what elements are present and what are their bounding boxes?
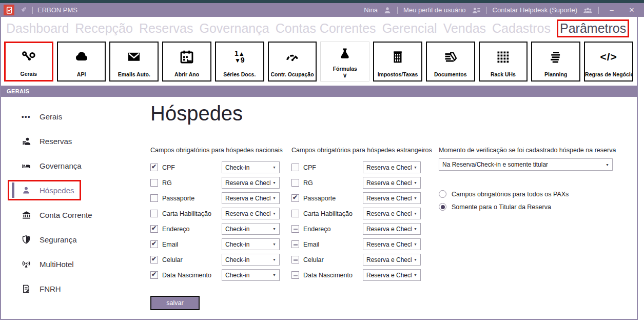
close-button[interactable]: ✕ [625, 6, 639, 14]
foreign-column-header: Campos obrigatórios para hóspedes estran… [291, 147, 432, 154]
toolbar-button-api[interactable]: API [57, 42, 106, 82]
tab-dashboard[interactable]: Dashboard [6, 21, 69, 36]
checkbox-endereco[interactable] [291, 225, 299, 233]
sidebar-item-seguranca[interactable]: Segurança [1, 227, 139, 252]
dropdown-rg[interactable]: Reserva e Checl [222, 177, 280, 189]
toolbar-button-regras-de-negocio[interactable]: </>Regras de Negócio [584, 42, 633, 82]
sidebar-item-fnrh[interactable]: FNRH [1, 276, 139, 301]
radio-option-somente-para-o-titular-da-reserva[interactable]: Somente para o Titular da Reserva [439, 203, 613, 211]
field-row-rg: RGReserva e Checl [291, 177, 421, 189]
calendar-icon [179, 43, 195, 71]
sidebar-item-conta-corrente[interactable]: Conta Corrente [1, 202, 139, 227]
field-label: Email [162, 241, 222, 248]
toolbar-button-label: API [77, 71, 86, 77]
sidebar-item-hospedes[interactable]: Hóspedes [1, 178, 139, 202]
dropdown-celular[interactable]: Check-in [222, 254, 280, 266]
toolbar-button-series-docs[interactable]: 1▲▼9Séries Docs. [215, 42, 264, 82]
tab-cadastros[interactable]: Cadastros [492, 21, 551, 36]
dropdown-celular[interactable]: Reserva e Checl [363, 254, 421, 266]
checkbox-passaporte[interactable] [150, 194, 158, 202]
dropdown-value: Reserva e Checl [225, 179, 270, 187]
tab-reservas[interactable]: Reservas [139, 21, 193, 36]
app-icon [4, 5, 14, 15]
tab-governanca[interactable]: Governança [199, 21, 269, 36]
toolbar-button-formulas[interactable]: Fórmulas∨ [320, 42, 369, 82]
checkbox-endereco[interactable] [150, 225, 158, 233]
dropdown-value: Reserva e Checl [366, 179, 412, 187]
radio-button[interactable] [439, 203, 446, 211]
field-label: RG [162, 179, 222, 187]
radio-button[interactable] [439, 190, 446, 198]
dropdown-data-nascimento[interactable]: Reserva e Checl [363, 269, 421, 281]
checkbox-carta-habilitacao[interactable] [291, 210, 299, 217]
toolbar-button-emails-auto[interactable]: Emails Auto. [109, 42, 159, 82]
dropdown-carta-habilitacao[interactable]: Reserva e Checl [222, 208, 280, 219]
toolbar-button-gerais[interactable]: Gerais [4, 42, 53, 82]
user-name[interactable]: Nina [364, 6, 378, 14]
checkbox-celular[interactable] [150, 256, 158, 263]
sidebar-item-label: MultiHotel [40, 260, 74, 269]
dropdown-carta-habilitacao[interactable]: Reserva e Checl [363, 208, 421, 219]
toolbar-button-planning[interactable]: Planning [531, 42, 580, 82]
dropdown-cpf[interactable]: Check-in [222, 161, 280, 173]
checkbox-carta-habilitacao[interactable] [150, 210, 158, 217]
gauge-icon [283, 43, 302, 71]
toolbar-button-label: Emails Auto. [118, 71, 150, 77]
dropdown-email[interactable]: Check-in [222, 238, 280, 250]
dropdown-email[interactable]: Reserva e Checl [363, 238, 421, 250]
dropdown-data-nascimento[interactable]: Check-in [222, 269, 280, 281]
field-row-data-nascimento: Data NascimentoCheck-in [150, 269, 280, 281]
sidebar-item-label: FNRH [40, 285, 61, 293]
dropdown-value: Reserva e Checl [366, 164, 412, 171]
toolbar-button-label: Documentos [434, 71, 467, 77]
tab-gerencial[interactable]: Gerencial [382, 21, 437, 36]
bed-icon [21, 161, 32, 171]
page-title: Hóspedes [150, 102, 243, 125]
toolbar-button-abrir-ano[interactable]: Abrir Ano [162, 42, 211, 82]
checkbox-rg[interactable] [150, 179, 158, 187]
dropdown-endereco[interactable]: Reserva e Checl [363, 223, 421, 235]
checkbox-email[interactable] [291, 240, 299, 248]
tab-vendas[interactable]: Vendas [443, 21, 486, 36]
save-button[interactable]: salvar [150, 296, 200, 310]
dropdown-value: Check-in [225, 226, 249, 233]
sidebar-item-reservas[interactable]: Reservas [1, 129, 139, 153]
helpdesk-link[interactable]: Contatar Helpdesk (Suporte) [493, 6, 577, 14]
toolbar-button-documentos[interactable]: Documentos [426, 42, 475, 82]
radio-option-campos-obrigatorios-para-todos-os-paxs[interactable]: Campos obrigatórios para todos os PAXs [439, 190, 613, 198]
reservation-icon [21, 136, 32, 146]
field-row-data-nascimento: Data NascimentoReserva e Checl [291, 269, 421, 281]
field-row-email: EmailCheck-in [150, 238, 280, 250]
tab-recepcao[interactable]: Recepção [75, 21, 133, 36]
checkbox-data-nascimento[interactable] [291, 271, 299, 279]
national-column-header: Campos obrigatórios para hóspedes nacion… [150, 147, 283, 154]
bank-icon [21, 210, 32, 220]
titlebar-separator [486, 7, 487, 14]
checkbox-celular[interactable] [291, 256, 299, 263]
tab-parametros[interactable]: Parâmetros [557, 19, 629, 37]
checkbox-cpf[interactable] [291, 164, 299, 171]
profile-link[interactable]: Meu perfil de usuário [403, 6, 465, 14]
checkbox-cpf[interactable] [150, 164, 158, 171]
checkbox-passaporte[interactable] [291, 194, 299, 202]
verification-dropdown[interactable]: Na Reserva/Check-in e somente titular [439, 158, 613, 171]
toolbar-button-impostos-taxas[interactable]: Impostos/Taxas [373, 42, 422, 82]
field-row-celular: CelularReserva e Checl [291, 254, 421, 266]
minimize-button[interactable]: – [604, 6, 619, 14]
toolbar-button-rack-uhs[interactable]: Rack UHs [479, 42, 528, 82]
tab-contas-correntes[interactable]: Contas Correntes [276, 21, 376, 36]
dropdown-passaporte[interactable]: Reserva e Checl [222, 192, 280, 204]
dropdown-value: Reserva e Checl [225, 195, 270, 202]
checkbox-rg[interactable] [291, 179, 299, 187]
sidebar-item-governanca[interactable]: Governança [1, 153, 139, 178]
toolbar-button-contr-ocupacao[interactable]: Contr. Ocupação [268, 42, 317, 82]
field-row-passaporte: PassaporteReserva e Checl [291, 192, 421, 204]
sidebar-item-multihotel[interactable]: MultiHotel [1, 252, 139, 276]
dropdown-endereco[interactable]: Check-in [222, 223, 280, 235]
dropdown-rg[interactable]: Reserva e Checl [363, 177, 421, 189]
sidebar-item-gerais[interactable]: •••Gerais [1, 104, 139, 129]
dropdown-passaporte[interactable]: Reserva e Checl [363, 192, 421, 204]
checkbox-email[interactable] [150, 240, 158, 248]
checkbox-data-nascimento[interactable] [150, 271, 158, 279]
dropdown-cpf[interactable]: Reserva e Checl [363, 161, 421, 173]
